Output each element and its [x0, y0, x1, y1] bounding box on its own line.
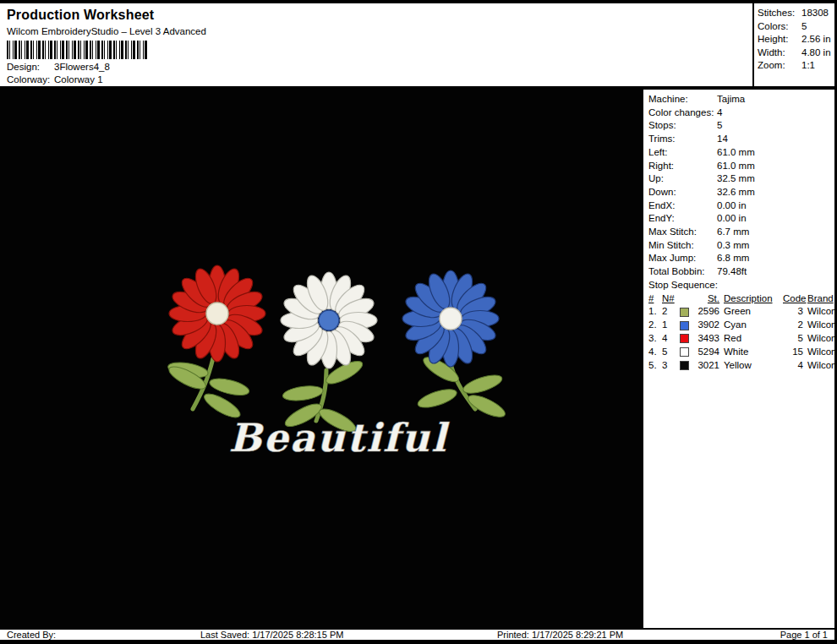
row-st: 5294	[693, 346, 724, 359]
col-description: Description	[724, 292, 783, 306]
stat-label: Colors:	[758, 20, 801, 34]
printed: Printed: 1/17/2025 8:29:21 PM	[497, 630, 623, 640]
machine-info-list: Machine: Tajima Color changes: 4 Stops: …	[648, 93, 834, 279]
row-brand: Wilcom	[807, 305, 834, 319]
stat-row: Height: 2.56 in	[758, 33, 834, 46]
row-description: Red	[724, 332, 783, 346]
stat-value: 18308	[801, 7, 829, 20]
info-value: 79.48ft	[717, 265, 747, 279]
stat-value: 2.56 in	[801, 33, 831, 46]
info-value: 14	[717, 133, 728, 146]
row-code: 3	[783, 305, 807, 319]
machine-info-row: Right: 61.0 mm	[648, 160, 834, 173]
info-label: Left:	[648, 146, 717, 160]
info-value: 5	[717, 119, 722, 133]
info-label: Color changes:	[648, 106, 717, 120]
col-code: Code	[783, 292, 807, 306]
machine-info-row: Min Stitch: 0.3 mm	[648, 239, 834, 253]
footer: Created By: Last Saved: 1/17/2025 8:28:1…	[0, 628, 834, 640]
design-value: 3Flowers4_8	[54, 62, 110, 72]
info-label: Total Bobbin:	[648, 265, 717, 279]
machine-info-row: Max Jump: 6.8 mm	[648, 252, 834, 265]
info-label: Trims:	[648, 133, 717, 146]
info-value: 6.7 mm	[717, 226, 749, 239]
machine-info-row: EndY: 0.00 in	[648, 212, 834, 226]
app-subtitle: Wilcom EmbroideryStudio – Level 3 Advanc…	[7, 26, 746, 36]
info-value: 61.0 mm	[717, 146, 755, 160]
thread-swatch	[680, 361, 689, 370]
row-n: 3	[662, 359, 680, 373]
stat-label: Zoom:	[758, 59, 801, 73]
row-brand: Wilcom	[807, 332, 834, 346]
info-label: Machine:	[648, 93, 717, 106]
header: Production Worksheet Wilcom EmbroiderySt…	[0, 3, 834, 86]
info-label: Max Stitch:	[648, 226, 717, 239]
row-code: 15	[783, 346, 807, 359]
info-value: 0.3 mm	[717, 239, 749, 253]
info-value: 61.0 mm	[717, 160, 755, 173]
stat-label: Stitches:	[758, 7, 801, 20]
info-value: 6.8 mm	[717, 252, 749, 265]
row-brand: Wilcom	[807, 346, 834, 359]
col-st: St.	[693, 292, 724, 306]
stat-row: Zoom: 1:1	[758, 59, 834, 73]
embroidery-design: Beautiful	[0, 90, 643, 628]
design-caption: Beautiful	[229, 415, 450, 461]
machine-info-row: Left: 61.0 mm	[648, 146, 834, 160]
row-st: 3493	[693, 332, 724, 346]
stat-value: 4.80 in	[801, 46, 831, 60]
machine-info-row: Color changes: 4	[648, 106, 834, 120]
row-st: 3021	[693, 359, 724, 373]
info-label: EndY:	[648, 212, 717, 226]
stop-sequence-row: 2. 1 3902 Cyan 2 Wilcom	[648, 319, 834, 332]
production-worksheet-page: Production Worksheet Wilcom EmbroiderySt…	[0, 0, 837, 644]
row-num: 1.	[648, 305, 662, 319]
col-num: #	[648, 292, 662, 306]
red-flower	[169, 265, 265, 362]
header-left: Production Worksheet Wilcom EmbroiderySt…	[0, 3, 752, 86]
stop-sequence-header: # N# St. Description Code Brand	[648, 292, 834, 306]
colorway-value: Colorway 1	[54, 74, 103, 85]
row-description: Yellow	[724, 359, 783, 373]
stat-row: Colors: 5	[758, 20, 834, 34]
stat-label: Height:	[758, 33, 801, 46]
row-description: Green	[724, 305, 783, 319]
stop-sequence-row: 4. 5 5294 White 15 Wilcom	[648, 346, 834, 359]
machine-panel: Machine: Tajima Color changes: 4 Stops: …	[643, 90, 834, 628]
thread-swatch	[680, 321, 689, 330]
design-label: Design:	[7, 62, 54, 72]
stop-sequence-row: 1. 2 2596 Green 3 Wilcom	[648, 305, 834, 319]
row-description: White	[724, 346, 783, 359]
last-saved: Last Saved: 1/17/2025 8:28:15 PM	[200, 630, 343, 640]
row-num: 2.	[648, 319, 662, 332]
row-brand: Wilcom	[807, 319, 834, 332]
row-code: 2	[783, 319, 807, 332]
blue-flower	[402, 270, 499, 367]
row-n: 1	[662, 319, 680, 332]
row-n: 4	[662, 332, 680, 346]
machine-info-row: Total Bobbin: 79.48ft	[648, 265, 834, 279]
row-st: 2596	[693, 305, 724, 319]
col-n: N#	[662, 292, 680, 306]
page-number: Page 1 of 1	[780, 630, 828, 640]
info-value: 0.00 in	[717, 212, 747, 226]
machine-info-row: Stops: 5	[648, 119, 834, 133]
stop-sequence-row: 5. 3 3021 Yellow 4 Wilcom	[648, 359, 834, 373]
design-row: Design: 3Flowers4_8	[7, 62, 746, 72]
info-label: Down:	[648, 186, 717, 199]
page-title: Production Worksheet	[7, 8, 746, 23]
stats-box: Stitches: 18308 Colors: 5 Height: 2.56 i…	[752, 3, 834, 86]
info-label: Stops:	[648, 119, 717, 133]
row-st: 3902	[693, 319, 724, 332]
white-flower	[281, 272, 377, 368]
row-code: 5	[783, 332, 807, 346]
info-value: 0.00 in	[717, 199, 747, 213]
info-value: 32.6 mm	[717, 186, 755, 199]
thread-swatch	[680, 308, 689, 317]
stop-sequence-row: 3. 4 3493 Red 5 Wilcom	[648, 332, 834, 346]
info-label: Max Jump:	[648, 252, 717, 265]
info-label: Right:	[648, 160, 717, 173]
stop-sequence-rows: 1. 2 2596 Green 3 Wilcom 2. 1 3902	[648, 305, 834, 372]
row-num: 4.	[648, 346, 662, 359]
machine-info-row: EndX: 0.00 in	[648, 199, 834, 213]
